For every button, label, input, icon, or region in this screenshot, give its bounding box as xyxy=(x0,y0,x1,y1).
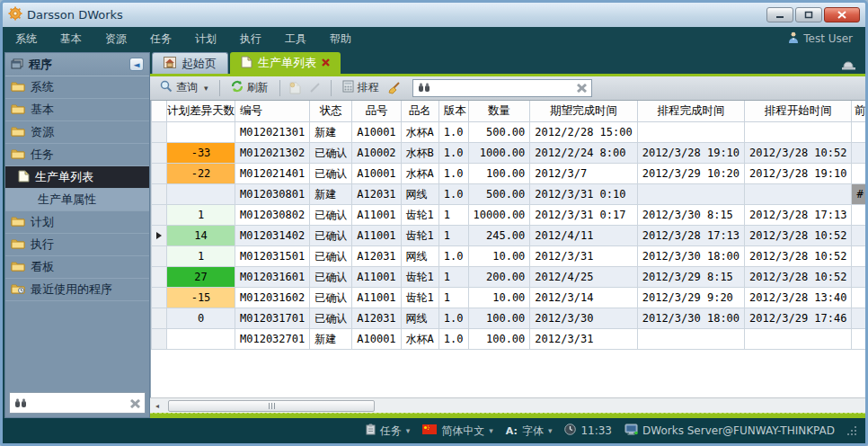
sidebar-item[interactable]: 生产单属性 xyxy=(5,189,149,211)
cell-expect[interactable]: 2012/3/31 0:17 xyxy=(530,205,637,226)
user-box[interactable]: Test User xyxy=(788,31,853,46)
table-row[interactable]: 1M012030802已确认A11001齿轮1110000.002012/3/3… xyxy=(152,205,866,226)
cell-code[interactable]: M012031602 xyxy=(235,288,310,308)
cell-sched_start[interactable]: 2012/3/28 10:52 xyxy=(745,246,852,267)
cell-item_name[interactable]: 水杯A xyxy=(401,164,438,184)
cell-qty[interactable]: 10.00 xyxy=(468,246,530,267)
cell-item_name[interactable]: 齿轮1 xyxy=(401,288,438,308)
cell-extra[interactable] xyxy=(852,288,865,308)
cell-item_name[interactable]: 网线 xyxy=(401,184,438,205)
cell-item_name[interactable]: 网线 xyxy=(401,246,438,267)
table-row[interactable]: -33M012021302已确认A10002水杯B1.01000.002012/… xyxy=(152,143,866,164)
cell-item_name[interactable]: 齿轮1 xyxy=(401,205,438,226)
cell-plan-diff-days[interactable] xyxy=(167,122,235,143)
row-selector-cell[interactable] xyxy=(152,329,167,350)
cell-sched_end[interactable]: 2012/3/29 8:15 xyxy=(637,267,744,288)
cell-item_no[interactable]: A10001 xyxy=(352,164,401,184)
sidebar-item[interactable]: 资源 xyxy=(5,121,149,144)
cell-qty[interactable]: 10.00 xyxy=(468,288,530,308)
cell-sched_start[interactable] xyxy=(745,329,852,350)
menu-item[interactable]: 系统 xyxy=(15,31,37,47)
cell-plan-diff-days[interactable]: -33 xyxy=(167,143,235,164)
sidebar-item[interactable]: 基本 xyxy=(5,99,149,121)
row-selector-cell[interactable] xyxy=(152,143,167,164)
table-row[interactable]: M012032701新建A10001水杯A1.0100.002012/3/31 xyxy=(152,329,866,350)
cell-qty[interactable]: 245.00 xyxy=(468,226,530,246)
cell-plan-diff-days[interactable]: -22 xyxy=(167,164,235,184)
cell-sched_start[interactable]: 2012/3/28 10:52 xyxy=(745,267,852,288)
cell-qty[interactable]: 10000.00 xyxy=(468,205,530,226)
cell-code[interactable]: M012031701 xyxy=(235,308,310,329)
scroll-left-arrow[interactable]: ◂ xyxy=(150,398,164,413)
column-header[interactable]: 编号 xyxy=(235,101,310,122)
sidebar-item[interactable]: 执行 xyxy=(5,234,149,256)
cell-qty[interactable]: 200.00 xyxy=(468,267,530,288)
cell-version[interactable]: 1 xyxy=(438,267,468,288)
table-row[interactable]: 14M012031402已确认A11001齿轮11245.002012/4/11… xyxy=(152,226,866,246)
cell-plan-diff-days[interactable] xyxy=(167,184,235,205)
cell-status[interactable]: 已确认 xyxy=(310,205,352,226)
cell-expect[interactable]: 2012/2/24 8:00 xyxy=(530,143,637,164)
cell-item_no[interactable]: A11001 xyxy=(352,226,401,246)
cell-expect[interactable]: 2012/4/11 xyxy=(530,226,637,246)
column-header[interactable]: 计划差异天数 xyxy=(167,101,235,122)
cell-code[interactable]: M012021302 xyxy=(235,143,310,164)
cell-item_name[interactable]: 水杯B xyxy=(401,143,438,164)
sidebar-collapse-button[interactable]: ◄ xyxy=(129,58,144,71)
cell-plan-diff-days[interactable]: -15 xyxy=(167,288,235,308)
cell-version[interactable]: 1.0 xyxy=(438,122,468,143)
task-dropdown-arrow[interactable]: ▾ xyxy=(406,426,411,435)
refresh-button[interactable]: 刷新 xyxy=(228,78,271,97)
cell-extra[interactable] xyxy=(852,246,865,267)
cell-status[interactable]: 已确认 xyxy=(310,226,352,246)
cell-sched_start[interactable] xyxy=(745,122,852,143)
row-selector-cell[interactable] xyxy=(152,164,167,184)
column-header[interactable]: 期望完成时间 xyxy=(530,101,637,122)
row-selector-cell[interactable] xyxy=(152,205,167,226)
row-selector-cell[interactable] xyxy=(152,184,167,205)
cell-item_name[interactable]: 网线 xyxy=(401,308,438,329)
sidebar-item[interactable]: 生产单列表 xyxy=(5,166,149,189)
cell-item_name[interactable]: 齿轮1 xyxy=(401,267,438,288)
cell-item_name[interactable]: 水杯A xyxy=(401,329,438,350)
resize-grip[interactable] xyxy=(847,426,856,435)
cell-version[interactable]: 1.0 xyxy=(438,164,468,184)
cell-sched_end[interactable]: 2012/3/28 17:13 xyxy=(637,226,744,246)
cell-sched_start[interactable]: 2012/3/29 17:46 xyxy=(745,308,852,329)
tab[interactable]: 生产单列表 xyxy=(230,52,341,74)
cell-sched_end[interactable]: 2012/3/30 18:00 xyxy=(637,246,744,267)
column-header[interactable]: 品名 xyxy=(401,101,438,122)
cell-status[interactable]: 已确认 xyxy=(310,288,352,308)
cell-sched_start[interactable]: 2012/3/28 19:10 xyxy=(745,164,852,184)
cell-extra[interactable] xyxy=(852,205,865,226)
cell-sched_end[interactable] xyxy=(637,329,744,350)
cell-sched_start[interactable]: 2012/3/28 13:40 xyxy=(745,288,852,308)
cell-expect[interactable]: 2012/3/30 xyxy=(530,308,637,329)
toolbar-search-clear-icon[interactable] xyxy=(577,79,587,96)
cell-qty[interactable]: 100.00 xyxy=(468,308,530,329)
schedule-button[interactable]: 排程 xyxy=(340,78,382,97)
cell-status[interactable]: 已确认 xyxy=(310,308,352,329)
close-button[interactable] xyxy=(824,7,860,22)
cell-code[interactable]: M012032701 xyxy=(235,329,310,350)
cell-expect[interactable]: 2012/2/28 15:00 xyxy=(530,122,637,143)
menu-item[interactable]: 资源 xyxy=(105,31,127,47)
menu-item[interactable]: 基本 xyxy=(60,31,82,47)
cell-item_no[interactable]: A12031 xyxy=(352,184,401,205)
statusbar-language[interactable]: 简体中文 ▾ xyxy=(422,424,493,439)
column-header[interactable]: 版本 xyxy=(438,101,468,122)
cell-sched_start[interactable]: 2012/3/28 10:52 xyxy=(745,143,852,164)
cell-expect[interactable]: 2012/3/31 xyxy=(530,246,637,267)
row-selector-cell[interactable] xyxy=(152,226,167,246)
sidebar-item[interactable]: 最近使用的程序 xyxy=(5,279,149,301)
table-row[interactable]: M012030801新建A12031网线1.0500.002012/3/31 0… xyxy=(152,184,866,205)
cell-expect[interactable]: 2012/3/31 xyxy=(530,329,637,350)
cell-plan-diff-days[interactable]: 1 xyxy=(167,246,235,267)
row-selector-cell[interactable] xyxy=(152,122,167,143)
menu-item[interactable]: 任务 xyxy=(150,31,172,47)
cell-item_name[interactable]: 水杯A xyxy=(401,122,438,143)
cell-status[interactable]: 已确认 xyxy=(310,267,352,288)
statusbar-font[interactable]: A: 字体 ▾ xyxy=(506,424,553,439)
cell-qty[interactable]: 500.00 xyxy=(468,122,530,143)
column-header[interactable]: 前 xyxy=(852,101,865,122)
